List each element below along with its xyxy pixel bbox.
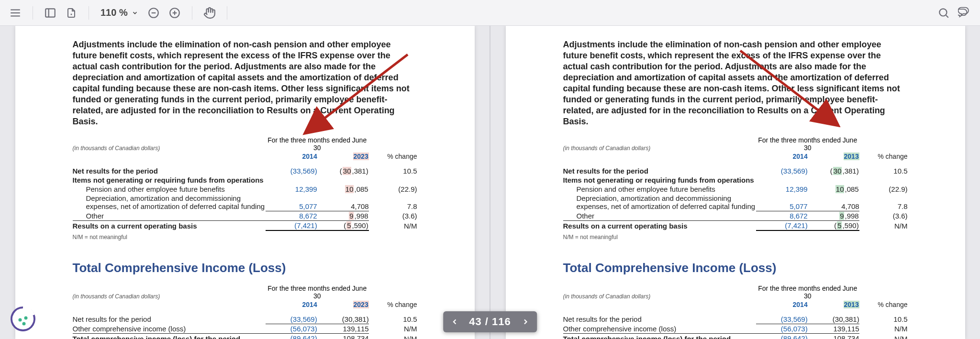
unit-note: (in thousands of Canadian dollars) xyxy=(73,145,160,152)
cell: N/M xyxy=(369,333,417,339)
cell: (30,381) xyxy=(317,166,369,175)
cell: (7,421) xyxy=(266,220,317,230)
cell: 9,998 xyxy=(808,211,859,220)
cell: 108,734 xyxy=(808,333,859,339)
row-label: Net results for the period xyxy=(73,315,266,324)
cell: (33,569) xyxy=(266,166,317,175)
col-pct-change: % change xyxy=(859,300,908,309)
cell: (3.6) xyxy=(369,211,417,220)
period-header: For the three months ended June 30 xyxy=(756,136,859,152)
section-heading: Total Comprehensive Income (Loss) xyxy=(563,261,908,275)
col-year-prior-right: 2013 xyxy=(844,301,859,308)
cell: 12,399 xyxy=(756,185,808,194)
right-pane[interactable]: Adjustments include the elimination of n… xyxy=(490,26,980,339)
row-label: Other xyxy=(563,211,756,220)
cell: (89,642) xyxy=(756,333,808,339)
cell: 10.5 xyxy=(859,166,908,175)
col-year-2014: 2014 xyxy=(756,152,808,161)
footnote: N/M = not meaningful xyxy=(73,234,417,241)
unit-note: (in thousands of Canadian dollars) xyxy=(73,293,160,300)
pan-hand-button[interactable] xyxy=(199,2,220,23)
prev-page-button[interactable] xyxy=(445,311,464,332)
left-pane[interactable]: Adjustments include the elimination of n… xyxy=(0,26,490,339)
cell: (89,642) xyxy=(266,333,317,339)
separator xyxy=(192,6,192,20)
comments-button[interactable] xyxy=(954,2,975,23)
svg-point-16 xyxy=(24,317,28,320)
paragraph-text: Adjustments include the elimination of n… xyxy=(563,39,908,127)
cell: N/M xyxy=(859,333,908,339)
col-year-2014: 2014 xyxy=(266,300,317,309)
row-label: Depreciation, amortization and decommiss… xyxy=(73,194,266,211)
row-label: Results on a current operating basis xyxy=(563,220,756,230)
cell: 108,734 xyxy=(317,333,369,339)
row-label: Net results for the period xyxy=(563,315,756,324)
cell: 10.5 xyxy=(369,166,417,175)
zoom-in-button[interactable] xyxy=(164,2,185,23)
zoom-level-text: 110 % xyxy=(100,7,128,18)
col-pct-change: % change xyxy=(369,152,417,161)
cell: (56,073) xyxy=(756,324,808,333)
col-year-prior-right: 2013 xyxy=(844,153,859,160)
cell: (33,569) xyxy=(756,166,808,175)
row-label: Net results for the period xyxy=(563,166,756,175)
footnote: N/M = not meaningful xyxy=(563,234,908,241)
zoom-out-button[interactable] xyxy=(143,2,164,23)
section-heading: Total Comprehensive Income (Loss) xyxy=(73,261,417,275)
compare-viewer: Adjustments include the elimination of n… xyxy=(0,26,980,339)
right-page: Adjustments include the elimination of n… xyxy=(506,26,965,339)
separator xyxy=(227,6,227,20)
cell: (22.9) xyxy=(369,185,417,194)
cell: (56,073) xyxy=(266,324,317,333)
period-header: For the three months ended June 30 xyxy=(266,136,369,152)
row-label: Depreciation, amortization and decommiss… xyxy=(563,194,756,211)
row-label: Other comprehensive income (loss) xyxy=(563,324,756,333)
row-label: Other comprehensive income (loss) xyxy=(73,324,266,333)
separator xyxy=(33,6,33,20)
col-year-prior-left: 2023 xyxy=(353,153,369,160)
cell: 10,085 xyxy=(317,185,369,194)
table-operating-basis: (in thousands of Canadian dollars) For t… xyxy=(563,136,908,232)
row-label: Items not generating or requiring funds … xyxy=(73,175,417,185)
cell: 4,708 xyxy=(808,194,859,211)
cookie-consent-button[interactable] xyxy=(10,306,36,332)
cell: 139,115 xyxy=(808,324,859,333)
row-label: Pension and other employee future benefi… xyxy=(563,185,756,194)
row-label: Total comprehensive income (loss) for th… xyxy=(73,333,266,339)
menu-button[interactable] xyxy=(5,2,26,23)
cell: 10.5 xyxy=(369,315,417,324)
cell: (22.9) xyxy=(859,185,908,194)
svg-line-12 xyxy=(946,15,948,18)
cell: (30,381) xyxy=(317,315,369,324)
cell: 9,998 xyxy=(317,211,369,220)
search-button[interactable] xyxy=(933,2,954,23)
cell: 5,077 xyxy=(266,194,317,211)
page-count-label: 43 / 116 xyxy=(464,316,516,328)
row-label: Other xyxy=(73,211,266,220)
next-page-button[interactable] xyxy=(516,311,535,332)
svg-point-5 xyxy=(71,13,72,15)
row-label: Net results for the period xyxy=(73,166,266,175)
cell: 4,708 xyxy=(317,194,369,211)
cell: (5,590) xyxy=(317,220,369,230)
zoom-level-dropdown[interactable]: 110 % xyxy=(96,7,143,18)
cell: (30,381) xyxy=(808,166,859,175)
cell: 8,672 xyxy=(756,211,808,220)
sidebar-toggle-button[interactable] xyxy=(40,2,61,23)
row-label: Items not generating or requiring funds … xyxy=(563,175,908,185)
table-operating-basis: (in thousands of Canadian dollars) For t… xyxy=(73,136,417,232)
cell: 5,077 xyxy=(756,194,808,211)
file-button[interactable] xyxy=(61,2,82,23)
svg-point-11 xyxy=(939,9,947,16)
cell: N/M xyxy=(859,324,908,333)
col-year-2014: 2014 xyxy=(266,152,317,161)
table-comprehensive-income: (in thousands of Canadian dollars) For t… xyxy=(73,284,417,339)
separator xyxy=(89,6,89,20)
chevron-down-icon xyxy=(132,10,138,16)
svg-point-17 xyxy=(22,322,26,326)
col-year-prior-left: 2023 xyxy=(353,301,369,308)
row-label: Pension and other employee future benefi… xyxy=(73,185,266,194)
cell: (7,421) xyxy=(756,220,808,230)
cell: 10.5 xyxy=(859,315,908,324)
col-pct-change: % change xyxy=(369,300,417,309)
